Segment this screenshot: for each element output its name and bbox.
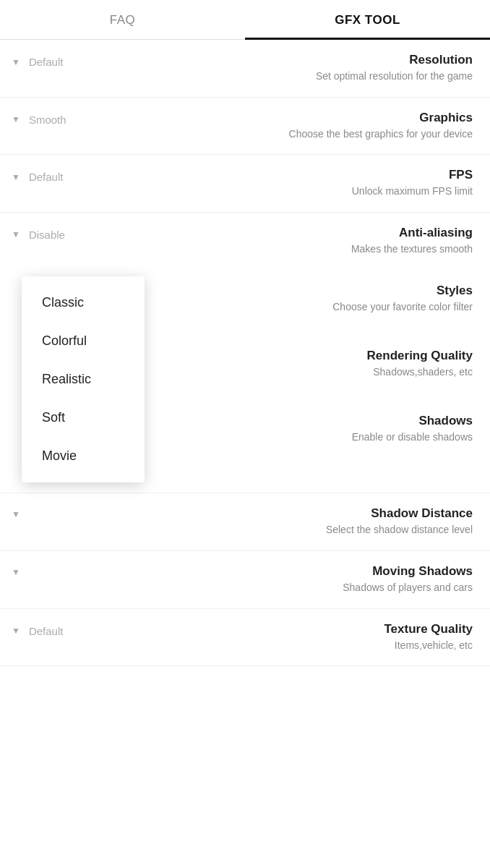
setting-right-texture-quality: Texture Quality Items,vehicle, etc bbox=[98, 622, 473, 653]
setting-right-shadows-overlay: Shadows Enable or disable shadows bbox=[196, 414, 490, 445]
setting-row-texture-quality[interactable]: ▼ Default Texture Quality Items,vehicle,… bbox=[0, 609, 490, 667]
setting-desc-styles: Choose your favorite color filter bbox=[196, 300, 473, 315]
tab-faq[interactable]: FAQ bbox=[0, 0, 245, 39]
dropdown-area: Classic Colorful Realistic Soft Movie St… bbox=[0, 269, 490, 493]
setting-title-texture-quality: Texture Quality bbox=[98, 622, 473, 637]
chevron-icon-shadow-distance: ▼ bbox=[12, 509, 20, 519]
settings-list: ▼ Default Resolution Set optimal resolut… bbox=[0, 40, 490, 666]
setting-left-shadow-distance: ▼ bbox=[12, 506, 98, 519]
setting-title-styles: Styles bbox=[196, 284, 473, 298]
setting-row-anti-aliasing[interactable]: ▼ Disable Anti-aliasing Makes the textur… bbox=[0, 213, 490, 494]
setting-value-fps: Default bbox=[29, 171, 64, 183]
setting-desc-shadows: Enable or disable shadows bbox=[352, 430, 473, 445]
setting-desc-aa: Makes the textures smooth bbox=[98, 242, 473, 257]
dropdown-item-colorful[interactable]: Colorful bbox=[22, 322, 145, 360]
setting-left-graphics: ▼ Smooth bbox=[12, 111, 98, 126]
dropdown-item-movie[interactable]: Movie bbox=[22, 437, 145, 475]
setting-left-moving-shadows: ▼ bbox=[12, 564, 98, 577]
setting-desc-shadow-distance: Select the shadow distance level bbox=[98, 523, 473, 537]
setting-row-resolution[interactable]: ▼ Default Resolution Set optimal resolut… bbox=[0, 40, 490, 98]
setting-row-moving-shadows[interactable]: ▼ Moving Shadows Shadows of players and … bbox=[0, 551, 490, 609]
chevron-icon-resolution: ▼ bbox=[12, 57, 20, 67]
setting-title-aa: Anti-aliasing bbox=[98, 226, 473, 240]
chevron-icon-fps: ▼ bbox=[12, 172, 20, 182]
setting-row-fps[interactable]: ▼ Default FPS Unlock maximum FPS limit bbox=[0, 155, 490, 213]
setting-title-shadows: Shadows bbox=[352, 414, 473, 428]
setting-left-fps: ▼ Default bbox=[12, 168, 98, 183]
setting-right-rendering-overlay: Rendering Quality Shadows,shaders, etc bbox=[196, 349, 490, 380]
setting-left-aa: ▼ Disable bbox=[12, 226, 98, 241]
setting-title-rendering: Rendering Quality bbox=[367, 349, 473, 363]
dropdown-item-soft[interactable]: Soft bbox=[22, 399, 145, 437]
setting-right-graphics: Graphics Choose the best graphics for yo… bbox=[98, 111, 473, 142]
chevron-icon-graphics: ▼ bbox=[12, 114, 20, 124]
tab-gfx[interactable]: GFX TOOL bbox=[245, 0, 490, 40]
setting-right-shadow-distance: Shadow Distance Select the shadow distan… bbox=[98, 506, 473, 537]
dropdown-item-classic[interactable]: Classic bbox=[22, 284, 145, 322]
setting-right-moving-shadows: Moving Shadows Shadows of players and ca… bbox=[98, 564, 473, 595]
setting-right-fps: FPS Unlock maximum FPS limit bbox=[98, 168, 473, 199]
setting-row-shadow-distance[interactable]: ▼ Shadow Distance Select the shadow dist… bbox=[0, 493, 490, 551]
setting-row-aa-inner: ▼ Disable Anti-aliasing Makes the textur… bbox=[0, 213, 490, 270]
setting-value-graphics: Smooth bbox=[29, 114, 66, 126]
setting-title-moving-shadows: Moving Shadows bbox=[98, 564, 473, 579]
setting-right-aa: Anti-aliasing Makes the textures smooth bbox=[98, 226, 473, 257]
setting-value-resolution: Default bbox=[29, 56, 64, 68]
setting-desc-resolution: Set optimal resolution for the game bbox=[98, 69, 473, 84]
setting-desc-fps: Unlock maximum FPS limit bbox=[98, 184, 473, 199]
setting-right-styles-overlay: Styles Choose your favorite color filter bbox=[196, 284, 490, 315]
setting-value-aa: Disable bbox=[29, 229, 65, 241]
setting-title-fps: FPS bbox=[98, 168, 473, 182]
setting-value-texture-quality: Default bbox=[29, 625, 64, 637]
setting-desc-moving-shadows: Shadows of players and cars bbox=[98, 581, 473, 595]
styles-dropdown[interactable]: Classic Colorful Realistic Soft Movie bbox=[22, 276, 145, 482]
setting-desc-graphics: Choose the best graphics for your device bbox=[98, 127, 473, 142]
chevron-icon-texture-quality: ▼ bbox=[12, 626, 20, 636]
setting-desc-rendering: Shadows,shaders, etc bbox=[367, 365, 473, 380]
chevron-icon-aa: ▼ bbox=[12, 229, 20, 239]
dropdown-item-realistic[interactable]: Realistic bbox=[22, 360, 145, 399]
setting-desc-texture-quality: Items,vehicle, etc bbox=[98, 639, 473, 653]
setting-left-resolution: ▼ Default bbox=[12, 53, 98, 68]
chevron-icon-moving-shadows: ▼ bbox=[12, 567, 20, 577]
setting-title-shadow-distance: Shadow Distance bbox=[98, 506, 473, 521]
setting-right-resolution: Resolution Set optimal resolution for th… bbox=[98, 53, 473, 84]
tab-bar: FAQ GFX TOOL bbox=[0, 0, 490, 40]
setting-row-graphics[interactable]: ▼ Smooth Graphics Choose the best graphi… bbox=[0, 98, 490, 156]
setting-title-graphics: Graphics bbox=[98, 111, 473, 125]
setting-title-resolution: Resolution bbox=[98, 53, 473, 67]
setting-left-texture-quality: ▼ Default bbox=[12, 622, 98, 637]
